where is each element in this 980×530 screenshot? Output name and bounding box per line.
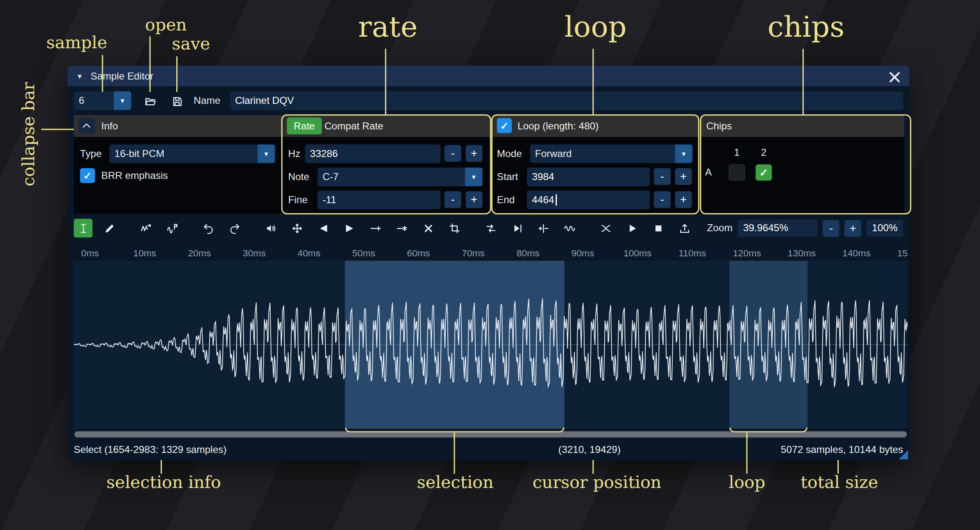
fine-plus-button[interactable]: +: [465, 191, 482, 208]
zoom-label: Zoom: [707, 223, 732, 234]
stop-button[interactable]: [649, 219, 668, 237]
info-panel-body: Type 16-bit PCM ▼ ✓ BRR emphasis: [74, 137, 284, 214]
zoom-input[interactable]: 39.9645%: [737, 219, 817, 237]
loop-start-plus-button[interactable]: +: [675, 168, 692, 185]
draw-mode-button[interactable]: [100, 219, 119, 237]
line-plus-icon: [370, 222, 381, 234]
window-collapse-icon[interactable]: ▼: [76, 72, 83, 80]
play-to-bar-icon: [511, 222, 523, 234]
open-folder-icon: [144, 95, 156, 107]
waveform-plot: [74, 260, 907, 429]
sample-select[interactable]: 6 ▼: [74, 91, 131, 110]
normalize-button[interactable]: [288, 219, 306, 237]
trim-button[interactable]: [445, 219, 464, 237]
fade-out-button[interactable]: [340, 219, 359, 237]
hz-plus-button[interactable]: +: [465, 145, 482, 162]
ruler-tick-label: 90ms: [571, 248, 594, 258]
loop-mode-select[interactable]: Forward ▼: [530, 144, 692, 163]
ruler-tick-label: 70ms: [462, 248, 485, 258]
save-button[interactable]: [168, 92, 187, 110]
resample-button[interactable]: [162, 219, 181, 237]
amplify-button[interactable]: [261, 219, 280, 237]
invert-button[interactable]: [508, 219, 526, 237]
titlebar[interactable]: ▼ Sample Editor: [68, 66, 910, 86]
chip-column-1: 1: [734, 143, 740, 162]
loop-start-input[interactable]: 3984: [527, 167, 650, 186]
play-icon: [626, 222, 638, 234]
annotation-cursor-position: cursor position: [533, 472, 662, 492]
window-title: Sample Editor: [91, 70, 153, 82]
resize-button[interactable]: [136, 219, 155, 237]
annotation-loop: loop: [564, 10, 627, 44]
hz-minus-button[interactable]: -: [444, 145, 461, 162]
zoom-in-button[interactable]: +: [844, 220, 861, 237]
collapse-bar-button[interactable]: [79, 118, 94, 134]
loop-end-input[interactable]: 4464: [527, 191, 650, 209]
hz-input[interactable]: 33286: [305, 144, 440, 163]
annotation-line-open: [150, 36, 151, 92]
sign-button[interactable]: [534, 219, 553, 237]
chevron-down-icon[interactable]: ▼: [257, 144, 275, 163]
annotation-line-selection-info: [161, 460, 162, 474]
chevron-down-icon[interactable]: ▼: [675, 144, 692, 163]
open-button[interactable]: [140, 92, 159, 110]
select-mode-button[interactable]: [74, 219, 93, 237]
loop-enable-checkbox[interactable]: ✓: [497, 118, 512, 133]
fine-minus-button[interactable]: -: [444, 191, 461, 208]
resize-grip[interactable]: [899, 450, 908, 460]
resample-icon: [166, 222, 178, 234]
fade-in-button[interactable]: [314, 219, 333, 237]
chip-checkbox-1[interactable]: [729, 164, 745, 181]
create-wavetable-button[interactable]: [675, 219, 694, 237]
waveform-display[interactable]: [74, 260, 907, 429]
loop-end-minus-button[interactable]: -: [654, 191, 671, 208]
arrows-cross-icon: [291, 222, 303, 234]
ruler-tick-label: 130ms: [788, 248, 816, 258]
type-select-value: 16-bit PCM: [110, 144, 258, 163]
reverse-button[interactable]: [481, 219, 500, 237]
type-select[interactable]: 16-bit PCM ▼: [110, 144, 275, 163]
chip-checkbox-2[interactable]: ✓: [755, 164, 772, 181]
zoom-out-button[interactable]: -: [823, 220, 840, 237]
chevron-down-icon[interactable]: ▼: [465, 167, 482, 186]
filter-button[interactable]: [560, 219, 579, 237]
insert-silence-button[interactable]: [366, 219, 385, 237]
note-select-value: C-7: [318, 167, 465, 186]
loop-panel-header: ✓ Loop (length: 480): [493, 115, 699, 137]
mode-label: Mode: [497, 144, 522, 163]
crossfade-button[interactable]: [596, 219, 615, 237]
preview-button[interactable]: [622, 219, 641, 237]
zoom-value: 39.9645%: [743, 223, 788, 234]
rate-tab[interactable]: Rate: [287, 117, 322, 134]
zoom-controls: Zoom 39.9645% - + 100%: [707, 219, 903, 237]
ruler-tick-label: 100ms: [623, 248, 651, 258]
fine-label: Fine: [288, 191, 307, 209]
delete-button[interactable]: [419, 219, 438, 237]
annotation-loop-bottom: loop: [729, 472, 765, 492]
timeline-ruler[interactable]: 0ms10ms20ms30ms40ms50ms60ms70ms80ms90ms1…: [74, 244, 907, 260]
ruler-tick-label: 30ms: [243, 248, 266, 258]
zoom-reset-label: 100%: [872, 223, 898, 234]
annotation-save: save: [172, 34, 210, 53]
undo-button[interactable]: [199, 219, 218, 237]
loop-end-plus-button[interactable]: +: [675, 191, 692, 208]
note-select[interactable]: C-7 ▼: [318, 167, 483, 186]
brr-emphasis-checkbox[interactable]: ✓: [80, 168, 95, 183]
ruler-tick-label: 50ms: [352, 248, 375, 258]
loop-panel: ✓ Loop (length: 480) Mode Forward ▼ Star…: [493, 115, 699, 214]
info-panel-title: Info: [101, 115, 118, 137]
ruler-tick-label: 60ms: [407, 248, 430, 258]
redo-button[interactable]: [225, 219, 244, 237]
undo-icon: [202, 222, 214, 234]
silence-button[interactable]: [393, 219, 412, 237]
compat-rate-tab[interactable]: Compat Rate: [324, 115, 383, 137]
loop-start-minus-button[interactable]: -: [654, 168, 671, 185]
close-icon[interactable]: [889, 71, 900, 83]
fine-input[interactable]: -11: [318, 191, 441, 209]
rate-tab-label: Rate: [294, 120, 315, 131]
desktop-background: sample open save rate loop chips collaps…: [0, 0, 980, 530]
chevron-down-icon[interactable]: ▼: [114, 91, 131, 110]
line-asterisk-icon: [396, 222, 408, 234]
loop-end-value: 4464: [532, 195, 554, 206]
zoom-reset-button[interactable]: 100%: [866, 219, 903, 237]
